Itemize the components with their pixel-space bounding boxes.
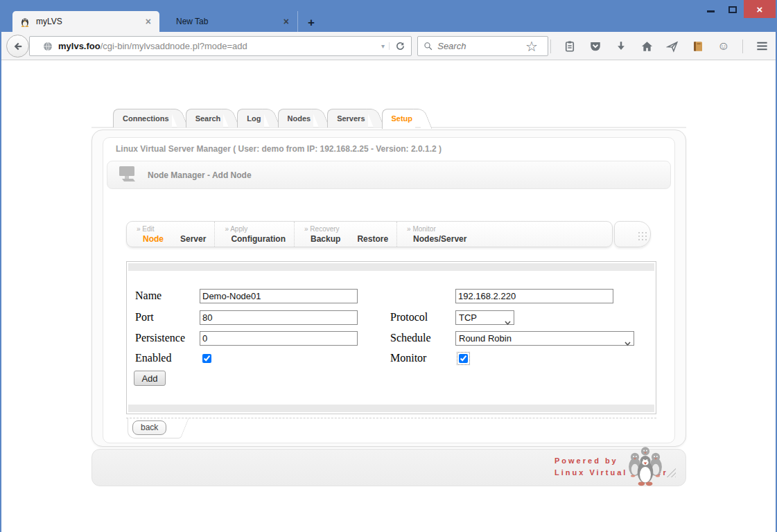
titlebar: myLVS × New Tab × + × [1,0,776,32]
url-text: mylvs.foo/cgi-bin/mylvsaddnode.pl?mode=a… [58,41,377,51]
protocol-label: Protocol [390,311,428,323]
dashed-divider [126,418,656,418]
browser-tab-mylvs[interactable]: myLVS × [12,11,159,32]
maximize-button[interactable] [722,0,744,17]
url-path: /cgi-bin/mylvsaddnode.pl?mode=add [101,41,247,51]
footer-bar: Powered by Linux Virtual Server [91,449,686,486]
send-plane-icon[interactable] [665,39,679,53]
menu-item-node[interactable]: Node [143,234,164,244]
menu-group-label: » Apply [225,225,286,233]
menu-item-restore[interactable]: Restore [357,234,388,244]
url-host: mylvs.foo [58,41,101,51]
tab-search[interactable]: Search [186,109,224,127]
monitor-label: Monitor [390,352,426,364]
form-top-strip [128,263,654,271]
toolbar-divider [550,39,551,53]
name-label: Name [135,290,161,302]
protocol-select[interactable]: TCP [455,310,514,325]
enabled-label: Enabled [135,352,171,364]
tab-log[interactable]: Log [237,109,263,127]
menu-group-apply: » Apply Configuration [214,222,294,247]
back-tab-shape: back [128,418,169,438]
toolbar-icons: ☆ [525,36,769,56]
minimize-icon [707,10,715,12]
main-panel: Linux Virtual Server Manager ( User: dem… [91,130,686,447]
tux-favicon-icon [19,16,30,27]
book-icon[interactable] [691,39,705,53]
enabled-checkbox[interactable] [202,354,211,363]
site-globe-icon [42,41,53,52]
url-bar[interactable]: mylvs.foo/cgi-bin/mylvsaddnode.pl?mode=a… [29,36,412,56]
tab-setup[interactable]: Setup [382,109,416,129]
port-label: Port [135,311,154,323]
menu-group-label: » Edit [137,225,206,233]
page-content: Connections Search Log Nodes Servers Set… [1,60,776,532]
toolbar-divider [742,39,743,53]
menu-item-backup[interactable]: Backup [311,234,340,244]
navigation-toolbar: mylvs.foo/cgi-bin/mylvsaddnode.pl?mode=a… [1,32,776,60]
tab-title: New Tab [176,17,281,26]
action-menu: » Edit Node Server » Apply Configuration [126,221,651,247]
page-back-button[interactable]: back [132,420,166,435]
persistence-label: Persistence [135,332,185,344]
menu-group-edit: » Edit Node Server [127,222,214,247]
tab-close-icon[interactable]: × [281,16,292,27]
menu-group-monitor: » Monitor Nodes/Server [396,222,475,247]
inner-panel: Linux Virtual Server Manager ( User: dem… [103,137,675,443]
tab-connections[interactable]: Connections [113,109,172,127]
grip-dots-icon [638,232,640,233]
monitor-icon [117,166,137,185]
maximize-icon [728,6,737,13]
ip-address-input[interactable] [455,289,613,303]
reload-icon[interactable] [390,41,411,51]
hello-smiley-icon[interactable]: ☺ [717,39,731,53]
schedule-select[interactable]: Round Robin [455,331,634,346]
section-title: Node Manager - Add Node [148,170,252,180]
add-node-form: Name Port Protocol TCP Persisten [126,261,656,414]
menu-item-server[interactable]: Server [180,234,206,244]
name-input[interactable] [200,289,358,303]
add-button[interactable]: Add [134,371,166,386]
schedule-label: Schedule [390,332,431,344]
menu-group-label: » Monitor [407,225,466,233]
tab-nodes[interactable]: Nodes [278,109,314,127]
window-controls: × [699,0,776,18]
menu-hamburger-icon[interactable] [755,39,769,53]
section-header: Node Manager - Add Node [107,161,671,189]
menu-group-recovery: » Recovery Backup Restore [294,222,396,247]
close-button[interactable]: × [744,0,776,18]
menu-item-nodes-server[interactable]: Nodes/Server [413,234,466,244]
pocket-icon[interactable] [588,39,602,53]
menu-group-label: » Recovery [304,225,388,233]
bookmarks-clipboard-icon[interactable] [563,39,577,53]
app-header-text: Linux Virtual Server Manager ( User: dem… [116,144,442,154]
search-icon [424,41,433,51]
persistence-input[interactable] [200,331,358,346]
tab-title: myLVS [36,17,143,26]
menu-item-configuration[interactable]: Configuration [231,234,286,244]
form-bottom-strip [128,405,654,412]
browser-tab-newtab[interactable]: New Tab × [159,11,298,32]
home-icon[interactable] [640,39,654,53]
tab-servers[interactable]: Servers [327,109,367,127]
lvs-tab-bar: Connections Search Log Nodes Servers Set… [113,109,429,129]
port-input[interactable] [200,310,358,325]
lvs-penguins-logo [625,445,666,490]
downloads-icon[interactable] [614,39,628,53]
monitor-checkbox[interactable] [459,354,468,363]
minimize-button[interactable] [699,0,722,17]
browser-tabstrip: myLVS × New Tab × + [12,11,322,32]
new-tab-button[interactable]: + [301,14,322,32]
bookmark-star-icon[interactable]: ☆ [525,39,539,53]
menu-end-cap[interactable] [614,221,651,247]
action-menu-bar: » Edit Node Server » Apply Configuration [126,221,613,247]
browser-window: myLVS × New Tab × + × [0,0,777,532]
back-button[interactable] [6,35,29,57]
url-dropdown-icon[interactable]: ▾ [377,42,390,50]
tab-close-icon[interactable]: × [143,16,154,27]
back-arrow-icon [12,40,24,53]
